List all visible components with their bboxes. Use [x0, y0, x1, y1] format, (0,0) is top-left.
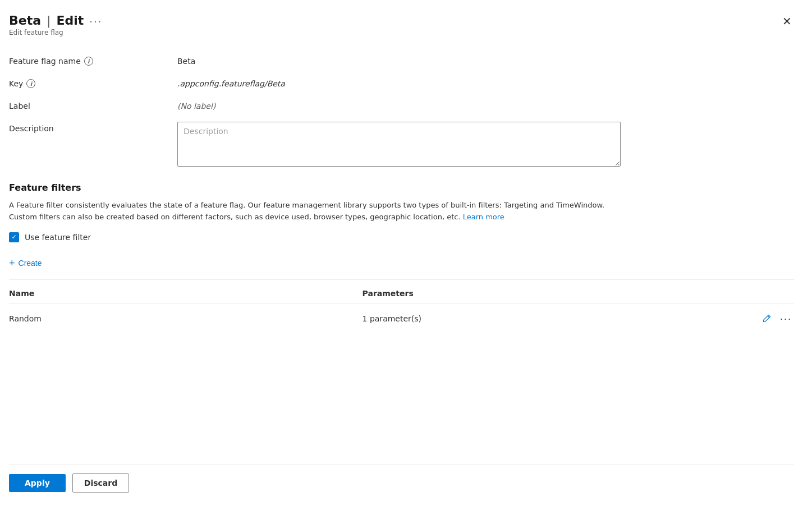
- description-input[interactable]: [177, 122, 621, 167]
- label-value: (No label): [177, 99, 215, 111]
- use-feature-filter-label: Use feature filter: [25, 233, 91, 242]
- more-filter-button[interactable]: ···: [778, 311, 794, 327]
- description-label: Description: [9, 122, 177, 133]
- col-parameters-header: Parameters: [363, 284, 677, 304]
- filter-parameters-cell: 1 parameter(s): [363, 303, 677, 334]
- description-row: Description: [9, 122, 794, 167]
- table-header-row: Name Parameters: [9, 284, 794, 304]
- feature-filters-heading: Feature filters: [9, 182, 794, 193]
- apply-button[interactable]: Apply: [9, 474, 66, 492]
- key-info-icon[interactable]: i: [26, 79, 35, 88]
- feature-flag-name-info-icon[interactable]: i: [84, 57, 93, 66]
- title-block: Beta | Edit ··· Edit feature flag: [9, 13, 103, 36]
- form-section: Feature flag name i Beta Key i .appconfi…: [9, 54, 794, 167]
- bottom-divider: [9, 464, 794, 464]
- key-label: Key i: [9, 77, 177, 88]
- discard-button[interactable]: Discard: [72, 473, 129, 493]
- use-feature-filter-row: ✓ Use feature filter: [9, 232, 794, 242]
- table-top-divider: [9, 279, 794, 280]
- feature-flag-name-row: Feature flag name i Beta: [9, 54, 794, 66]
- filter-name-cell: Random: [9, 303, 363, 334]
- panel-header: Beta | Edit ··· Edit feature flag ✕: [9, 13, 794, 36]
- key-value: .appconfig.featureflag/Beta: [177, 77, 285, 88]
- row-actions: ···: [676, 311, 794, 327]
- close-button[interactable]: ✕: [780, 13, 794, 29]
- check-icon: ✓: [11, 234, 16, 240]
- col-name-header: Name: [9, 284, 363, 304]
- col-actions-header: [676, 284, 794, 304]
- learn-more-link[interactable]: Learn more: [463, 213, 504, 221]
- bottom-actions: Apply Discard: [9, 473, 794, 493]
- feature-flag-name-value: Beta: [177, 54, 195, 66]
- feature-flag-name-label: Feature flag name i: [9, 54, 177, 66]
- panel-edit-label: Edit: [56, 13, 84, 27]
- filter-actions-cell: ···: [676, 303, 794, 334]
- title-row: Beta | Edit ···: [9, 13, 103, 27]
- filters-table: Name Parameters Random 1 parameter(s) ··…: [9, 284, 794, 334]
- edit-filter-button[interactable]: [760, 312, 773, 325]
- plus-icon: +: [9, 258, 15, 268]
- feature-filters-section: Feature filters A Feature filter consist…: [9, 182, 794, 334]
- label-label: Label: [9, 99, 177, 111]
- key-row: Key i .appconfig.featureflag/Beta: [9, 77, 794, 88]
- edit-feature-flag-panel: Beta | Edit ··· Edit feature flag ✕ Feat…: [0, 0, 812, 506]
- use-feature-filter-checkbox[interactable]: ✓: [9, 232, 19, 242]
- label-row: Label (No label): [9, 99, 794, 111]
- create-filter-button[interactable]: + Create: [9, 256, 42, 270]
- table-row: Random 1 parameter(s) ···: [9, 303, 794, 334]
- panel-title: Beta: [9, 13, 41, 27]
- filter-description: A Feature filter consistently evaluates …: [9, 200, 615, 223]
- title-separator: |: [47, 13, 51, 27]
- create-label: Create: [19, 259, 42, 268]
- edit-icon: [762, 314, 771, 323]
- panel-more-icon[interactable]: ···: [89, 16, 102, 27]
- panel-subtitle: Edit feature flag: [9, 29, 103, 36]
